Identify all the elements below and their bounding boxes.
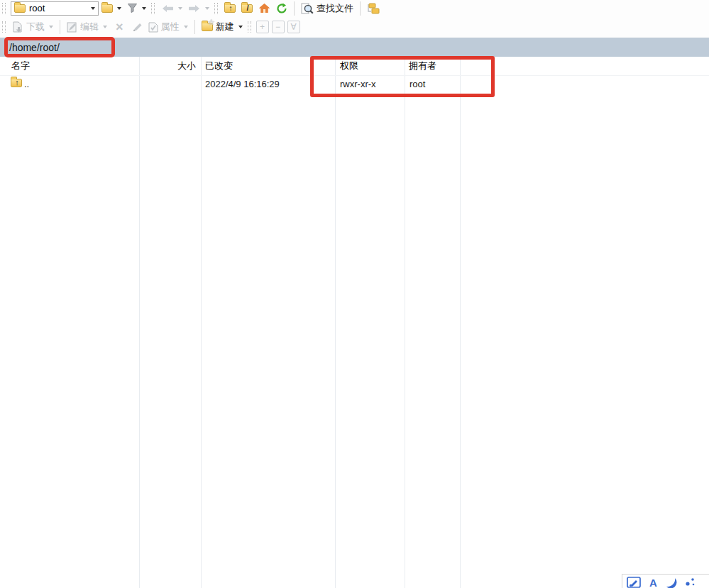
chevron-down-icon xyxy=(184,26,188,28)
chevron-down-icon xyxy=(142,7,146,10)
column-header-permissions[interactable]: 权限 xyxy=(340,57,358,75)
filter-funnel-icon xyxy=(127,3,138,13)
session-selector[interactable]: root xyxy=(11,1,99,16)
toolbar-file-actions: 下载 编辑 × 属性 ☆ xyxy=(0,16,709,38)
minus-icon: − xyxy=(275,22,280,32)
toolbar-separator xyxy=(294,1,295,16)
properties-button[interactable]: 属性 xyxy=(145,19,191,35)
parent-folder-icon: ↑ xyxy=(11,79,22,87)
chevron-down-icon xyxy=(103,26,107,28)
toolbar-grip[interactable] xyxy=(248,21,251,33)
column-header-name[interactable]: 名字 xyxy=(11,57,30,75)
chevron-down-icon xyxy=(49,26,53,28)
chevron-down-icon xyxy=(117,7,121,10)
rename-pencil-icon xyxy=(132,22,143,32)
edit-label: 编辑 xyxy=(80,21,99,33)
current-path[interactable]: /home/root/ xyxy=(0,42,60,53)
rectangle-pen-icon xyxy=(627,577,642,588)
select-minus-button[interactable]: − xyxy=(272,21,285,33)
column-header-changed[interactable]: 已改变 xyxy=(205,57,233,75)
mosaic-tool-button[interactable] xyxy=(685,577,696,587)
toolbar-grip[interactable] xyxy=(2,21,6,33)
row-permissions[interactable]: rwxr-xr-x xyxy=(340,75,376,93)
session-selector-value: root xyxy=(29,3,86,13)
column-divider[interactable] xyxy=(405,57,405,588)
column-divider[interactable] xyxy=(460,57,461,588)
column-header-size[interactable]: 大小 xyxy=(139,57,196,75)
column-divider[interactable] xyxy=(139,57,140,588)
row-name[interactable]: .. xyxy=(24,75,29,93)
row-size[interactable] xyxy=(139,75,196,93)
up-directory-button[interactable]: ↑ xyxy=(221,3,238,14)
up-directory-icon: ↑ xyxy=(224,4,236,13)
toolbar-separator xyxy=(360,1,361,16)
select-all-filter-button[interactable]: ∀ xyxy=(287,21,300,33)
select-plus-button[interactable]: + xyxy=(256,21,269,33)
download-button[interactable]: 下载 xyxy=(9,19,56,35)
row-changed[interactable]: 2022/4/9 16:16:29 xyxy=(205,75,280,93)
forward-button[interactable] xyxy=(185,3,212,14)
rename-button[interactable] xyxy=(129,21,145,33)
back-arrow-icon xyxy=(161,4,174,13)
column-header-owner[interactable]: 拥有者 xyxy=(409,57,436,75)
column-divider[interactable] xyxy=(201,57,202,588)
download-icon xyxy=(12,21,23,33)
edit-icon xyxy=(67,22,77,33)
root-directory-icon: / xyxy=(241,4,253,13)
text-tool-button[interactable]: A xyxy=(649,577,657,588)
home-directory-button[interactable] xyxy=(255,1,273,15)
rectangle-tool-button[interactable] xyxy=(627,577,642,588)
new-label: 新建 xyxy=(216,21,234,33)
new-folder-icon: ☆ xyxy=(202,23,213,31)
filter-button[interactable] xyxy=(124,1,149,15)
root-directory-button[interactable]: / xyxy=(238,3,255,14)
chevron-down-icon xyxy=(178,7,182,10)
screenshot-annotation-toolbar: A xyxy=(622,574,709,588)
delete-x-icon: × xyxy=(113,20,126,35)
refresh-button[interactable] xyxy=(273,1,290,16)
open-folder-icon xyxy=(101,4,113,13)
refresh-icon xyxy=(276,3,287,14)
forward-arrow-icon xyxy=(188,4,201,13)
download-label: 下载 xyxy=(26,21,45,33)
find-files-label: 查找文件 xyxy=(317,2,353,15)
toolbar-separator xyxy=(194,20,195,34)
toolbar-grip[interactable] xyxy=(151,3,155,14)
back-button[interactable] xyxy=(158,3,185,14)
find-files-icon xyxy=(301,3,314,14)
text-tool-icon: A xyxy=(649,577,657,588)
toolbar-session: root ↑ xyxy=(0,0,709,16)
directory-tree-button[interactable] xyxy=(364,1,383,16)
properties-label: 属性 xyxy=(161,21,180,33)
toolbar-grip[interactable] xyxy=(2,3,6,14)
find-files-button[interactable]: 查找文件 xyxy=(298,1,356,16)
open-directory-button[interactable] xyxy=(99,3,124,14)
chevron-down-icon xyxy=(205,7,209,10)
edit-button[interactable]: 编辑 xyxy=(64,19,110,35)
column-divider[interactable] xyxy=(335,57,336,588)
file-list: 名字 大小 已改变 权限 拥有者 ↑ .. 2022/4/9 16:16:29 … xyxy=(0,57,709,588)
session-folder-icon xyxy=(14,4,26,13)
brush-crescent-icon xyxy=(665,577,677,588)
plus-icon: + xyxy=(260,22,265,32)
properties-icon xyxy=(148,22,158,33)
toolbar-grip[interactable] xyxy=(214,3,218,14)
mosaic-dots-icon xyxy=(685,577,696,587)
home-icon xyxy=(258,3,270,13)
chevron-down-icon xyxy=(238,26,243,28)
directory-tree-icon xyxy=(367,3,380,14)
chevron-down-icon xyxy=(91,7,95,10)
delete-button[interactable]: × xyxy=(110,18,129,36)
brush-tool-button[interactable] xyxy=(665,577,677,588)
row-owner[interactable]: root xyxy=(410,75,425,93)
remote-file-panel: root ↑ xyxy=(0,0,709,588)
address-bar[interactable]: /home/root/ xyxy=(0,38,709,57)
forall-icon: ∀ xyxy=(290,22,296,32)
new-button[interactable]: ☆ 新建 xyxy=(199,19,246,35)
toolbar-separator xyxy=(60,20,60,34)
